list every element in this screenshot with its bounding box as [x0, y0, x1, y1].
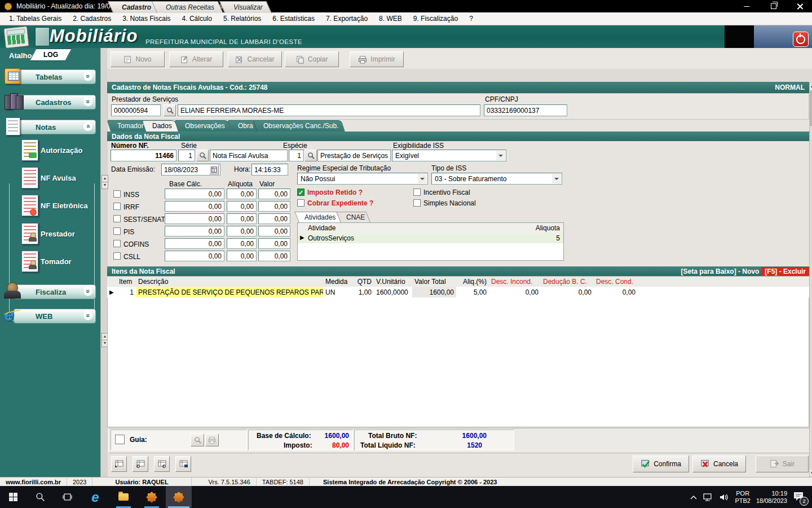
vertical-scrollbar[interactable]: ▲ ▼ [809, 82, 812, 477]
serie-search-button[interactable] [196, 150, 209, 161]
col-valor-total[interactable]: Valor Total [412, 277, 456, 287]
cpf-input[interactable] [484, 104, 567, 116]
prestador-code-input[interactable] [111, 104, 161, 116]
cofins-base-input[interactable] [165, 238, 224, 249]
pis-valor-input[interactable] [258, 226, 290, 237]
chevron-down-icon[interactable]: » [83, 97, 92, 106]
especie-desc-input[interactable] [317, 150, 391, 161]
imposto-retido-checkbox[interactable] [297, 189, 304, 196]
menu-item-web[interactable]: 8. WEB [373, 13, 408, 24]
col-descricao[interactable]: Descrição [136, 277, 323, 287]
sest-base-input[interactable] [165, 213, 224, 224]
minimize-button[interactable] [734, 0, 759, 12]
menu-item-fiscalizacao[interactable]: 9. Fiscalização [408, 13, 464, 24]
network-icon[interactable] [703, 493, 713, 501]
nav-prev-button[interactable] [133, 456, 148, 472]
nav-last-button[interactable] [175, 456, 191, 472]
sidebar-log-tab[interactable]: LOG [29, 49, 72, 61]
tab-visualizar[interactable]: Visualizar [224, 1, 272, 13]
sidebar-group-tabelas[interactable]: Tabelas » [3, 68, 97, 85]
csll-checkbox[interactable] [113, 252, 121, 260]
sidebar-item-autorizacao[interactable]: Autorização [6, 138, 90, 163]
inss-base-input[interactable] [165, 189, 224, 199]
notification-button[interactable]: 2 [793, 491, 806, 503]
speaker-icon[interactable] [719, 493, 729, 501]
menu-item-estatisticas[interactable]: 6. Estatísticas [267, 13, 320, 24]
taskbar-ie-button[interactable]: e [82, 486, 108, 508]
irrf-checkbox[interactable] [113, 203, 121, 210]
nav-first-button[interactable] [111, 456, 127, 472]
power-button[interactable] [793, 32, 809, 47]
irrf-valor-input[interactable] [258, 201, 290, 212]
csll-aliquota-input[interactable] [227, 251, 257, 261]
sidebar-item-nf-eletronica[interactable]: NF Eletrônica [6, 194, 90, 218]
chevron-down-icon[interactable]: » [83, 287, 92, 296]
menu-item-calculo[interactable]: 4. Cálculo [176, 13, 218, 24]
cofins-valor-input[interactable] [258, 238, 290, 249]
guia-print-button[interactable] [205, 433, 219, 446]
pis-aliquota-input[interactable] [227, 226, 257, 237]
menu-item-relatorios[interactable]: 5. Relatórios [218, 13, 267, 24]
pis-checkbox[interactable] [113, 227, 121, 235]
sidebar-item-nf-avulsa[interactable]: NF Avulsa [6, 166, 90, 191]
copiar-button[interactable]: Copiar [285, 51, 339, 67]
sidebar-group-notas[interactable]: Notas » [3, 119, 97, 135]
cancela-button[interactable]: Cancela [692, 456, 746, 472]
chevron-down-icon[interactable]: » [83, 311, 92, 320]
serie-input[interactable] [178, 150, 195, 161]
inss-checkbox[interactable] [113, 190, 121, 198]
col-desc-cond[interactable]: Desc. Cond. [594, 277, 638, 287]
sidebar-item-prestador[interactable]: Prestador [6, 222, 90, 247]
clock[interactable]: 10:1918/08/2023 [756, 490, 787, 505]
col-qtd[interactable]: QTD [351, 277, 374, 287]
col-item[interactable]: Item [117, 277, 136, 287]
tab-observacoes[interactable]: Observações [178, 120, 232, 132]
restore-button[interactable] [761, 0, 786, 12]
language-indicator[interactable]: PORPTB2 [735, 490, 751, 505]
pis-base-input[interactable] [165, 226, 224, 237]
col-medida[interactable]: Medida [323, 277, 351, 287]
calendar-button[interactable] [209, 165, 219, 174]
incentivo-fiscal-checkbox[interactable] [413, 189, 421, 196]
guia-checkbox[interactable] [115, 435, 125, 444]
cofins-checkbox[interactable] [113, 240, 121, 247]
irrf-aliquota-input[interactable] [227, 201, 257, 212]
sest-checkbox[interactable] [113, 215, 121, 222]
tipo-iss-select[interactable]: 03 - Sobre Faturamento [431, 173, 562, 185]
tab-cnae[interactable]: CNAE [341, 212, 370, 222]
menu-item-help[interactable]: ? [464, 13, 479, 24]
col-aliq[interactable]: Aliq.(%) [456, 277, 489, 287]
col-v-unitario[interactable]: V.Unitário [374, 277, 412, 287]
numero-input[interactable] [111, 150, 176, 161]
start-button[interactable] [0, 486, 26, 508]
taskbar-app1-button[interactable] [139, 486, 165, 508]
especie-search-button[interactable] [304, 150, 317, 161]
menu-item-cadastros[interactable]: 2. Cadastros [67, 13, 117, 24]
cancelar-button[interactable]: Cancelar [228, 51, 282, 67]
close-button[interactable] [787, 0, 812, 12]
sidebar-group-cadastros[interactable]: Cadastros » [3, 94, 97, 111]
chevron-down-icon[interactable]: » [83, 72, 92, 81]
item-row[interactable]: ▶ 1 PRESTAÇÃO DE SERVIÇO DE PEQUENOS REP… [107, 287, 809, 297]
taskbar-explorer-button[interactable] [111, 486, 136, 508]
cobrar-expediente-checkbox[interactable] [297, 199, 304, 207]
nav-next-button[interactable] [154, 456, 170, 472]
sest-valor-input[interactable] [258, 213, 290, 224]
menu-item-tabelas-gerais[interactable]: 1. Tabelas Gerais [3, 13, 67, 24]
serie-desc-input[interactable] [210, 150, 288, 161]
csll-base-input[interactable] [165, 251, 224, 261]
especie-input[interactable] [289, 150, 304, 161]
sidebar-item-tomador[interactable]: Tomador [6, 249, 90, 274]
sidebar-group-web[interactable]: WEB e » [3, 308, 97, 325]
sair-button[interactable]: Sair [756, 456, 809, 472]
col-deducao[interactable]: Dedução B. C. [541, 277, 594, 287]
novo-button[interactable]: Novo [111, 51, 165, 67]
chevron-up-icon[interactable]: » [83, 122, 92, 131]
irrf-base-input[interactable] [165, 201, 224, 212]
alterar-button[interactable]: Alterar [169, 51, 223, 67]
guia-search-button[interactable] [191, 433, 204, 446]
sest-aliquota-input[interactable] [227, 213, 257, 224]
menu-item-notas-fiscais[interactable]: 3. Notas Fiscais [117, 13, 176, 24]
menu-item-exportacao[interactable]: 7. Exportação [320, 13, 373, 24]
inss-aliquota-input[interactable] [227, 189, 257, 199]
